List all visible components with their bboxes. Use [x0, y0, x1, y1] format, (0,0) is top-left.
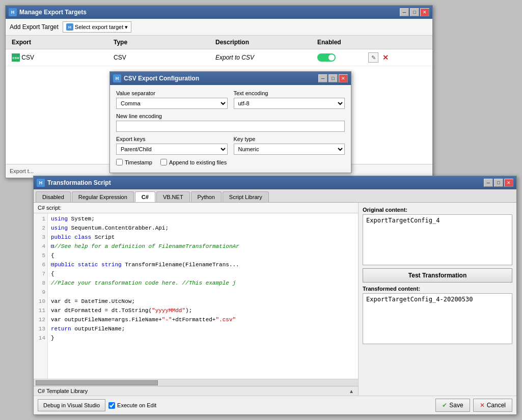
export-keys-group: Export keys Parent/Child — [116, 136, 228, 155]
maximize-btn[interactable]: □ — [410, 8, 419, 16]
test-transformation-btn[interactable]: Test Transformation — [363, 268, 512, 283]
export-type-cell: CSV — [112, 53, 213, 62]
checkbox-row: Timestamp Append to existing files — [116, 159, 345, 165]
transform-content: Disabled Regular Expression C# VB.NET Py… — [34, 189, 516, 414]
edit-icon[interactable]: ✎ — [368, 52, 378, 63]
export-enabled-cell — [315, 52, 366, 63]
transform-main: C# script: 12345 678910 11121314 using S… — [34, 203, 516, 396]
manage-export-title: Manage Export Targets — [19, 9, 87, 16]
text-enc-select[interactable]: utf-8 — [234, 98, 345, 109]
original-label: Original content: — [363, 207, 512, 213]
transform-close-btn[interactable]: ✕ — [504, 179, 513, 187]
text-enc-group: Text encoding utf-8 — [234, 90, 345, 109]
append-label: Append to existing files — [160, 159, 227, 165]
transform-titlebar-left: H Transformation Script — [37, 179, 111, 187]
table-header: Export Type Description Enabled — [6, 36, 432, 49]
minimize-btn[interactable]: ─ — [400, 8, 409, 16]
newline-input[interactable] — [116, 121, 345, 132]
execute-on-edit-text: Execute on Edit — [117, 402, 156, 408]
header-type: Type — [112, 38, 213, 47]
dropdown-label: Select export target — [75, 24, 123, 30]
line-numbers: 12345 678910 11121314 — [34, 213, 48, 379]
text-enc-label: Text encoding — [234, 90, 345, 96]
code-editor[interactable]: 12345 678910 11121314 using System; usin… — [34, 213, 358, 379]
header-description: Description — [213, 38, 315, 47]
key-type-label: Key type — [234, 136, 345, 142]
export-desc-cell: Export to CSV — [213, 53, 315, 62]
csv-icon: csv — [12, 53, 20, 62]
newline-group: New line encoding — [116, 113, 345, 132]
titlebar-left: H Manage Export Targets — [9, 8, 87, 16]
tab-regex[interactable]: Regular Expression — [72, 191, 134, 202]
csv-content: Value separator Comma Text encoding utf-… — [110, 85, 351, 171]
transform-titlebar-controls: ─ □ ✕ — [484, 179, 513, 187]
transform-window: H Transformation Script ─ □ ✕ Disabled R… — [33, 176, 517, 415]
dropdown-arrow: ▾ — [125, 24, 128, 31]
footer-bar: Debug in Visual Studio Execute on Edit ✔… — [34, 396, 516, 414]
transformed-content: ExportTargetConfig_4-20200530 — [363, 293, 512, 344]
close-btn[interactable]: ✕ — [420, 8, 429, 16]
timestamp-checkbox[interactable] — [116, 159, 123, 165]
value-sep-select[interactable]: Comma — [116, 98, 228, 109]
app-icon: H — [9, 8, 17, 16]
right-panel: Original content: ExportTargetConfig_4 T… — [359, 203, 516, 396]
newline-row: New line encoding — [116, 113, 345, 132]
table-row: csv CSV CSV Export to CSV ✎ ✕ — [6, 49, 432, 66]
newline-label: New line encoding — [116, 113, 345, 119]
export-name: CSV — [21, 54, 34, 61]
delete-icon[interactable]: ✕ — [380, 52, 391, 63]
keys-row: Export keys Parent/Child Key type Numeri… — [116, 136, 345, 155]
export-actions-cell: ✎ ✕ — [366, 51, 428, 64]
execute-on-edit-checkbox[interactable] — [108, 402, 115, 409]
x-icon: ✕ — [480, 402, 485, 409]
tab-vbnet[interactable]: VB.NET — [156, 191, 190, 202]
original-section: Original content: ExportTargetConfig_4 — [363, 207, 512, 265]
transform-app-icon: H — [37, 179, 45, 187]
transform-minimize-btn[interactable]: ─ — [484, 179, 493, 187]
dropdown-icon: H — [66, 23, 73, 31]
collapse-caret: ▲ — [349, 388, 354, 394]
csv-minimize-btn[interactable]: ─ — [318, 74, 327, 82]
code-content: using System; using Sequentum.ContentGra… — [48, 213, 358, 379]
save-label: Save — [449, 402, 463, 409]
export-name-cell: csv CSV — [10, 52, 112, 63]
cancel-label: Cancel — [487, 402, 506, 409]
csv-config-window: H CSV Export Configuration ─ □ ✕ Value s… — [109, 71, 351, 173]
value-sep-label: Value separator — [116, 90, 228, 96]
export-bottom-label: Export t... — [10, 168, 34, 174]
tab-scriptlibrary[interactable]: Script Library — [223, 191, 269, 202]
tab-disabled[interactable]: Disabled — [36, 191, 71, 202]
save-btn[interactable]: ✔ Save — [435, 399, 470, 412]
key-type-group: Key type Numeric — [234, 136, 345, 155]
enabled-toggle[interactable] — [317, 53, 336, 62]
append-checkbox[interactable] — [160, 159, 167, 165]
value-sep-row: Value separator Comma Text encoding utf-… — [116, 90, 345, 109]
template-library-label: C# Template Library — [38, 388, 88, 394]
debug-btn[interactable]: Debug in Visual Studio — [38, 399, 105, 411]
template-library-bar[interactable]: C# Template Library ▲ — [34, 386, 358, 396]
value-sep-group: Value separator Comma — [116, 90, 228, 109]
header-enabled: Enabled — [315, 38, 366, 47]
append-text: Append to existing files — [169, 159, 227, 165]
original-content: ExportTargetConfig_4 — [363, 214, 512, 265]
tab-csharp[interactable]: C# — [135, 191, 155, 202]
transform-titlebar: H Transformation Script ─ □ ✕ — [34, 176, 516, 189]
header-actions — [366, 38, 428, 47]
scrollbar-horizontal[interactable] — [34, 379, 358, 386]
export-keys-select[interactable]: Parent/Child — [116, 144, 228, 155]
csv-app-icon: H — [113, 74, 121, 82]
csv-maximize-btn[interactable]: □ — [328, 74, 338, 82]
manage-export-titlebar: H Manage Export Targets ─ □ ✕ — [6, 6, 432, 19]
select-target-dropdown[interactable]: H Select export target ▾ — [63, 21, 131, 33]
transformed-label: Transformed content: — [363, 286, 512, 292]
scrollbar-thumb[interactable] — [36, 380, 158, 385]
transformed-section: Transformed content: ExportTargetConfig_… — [363, 286, 512, 344]
key-type-select[interactable]: Numeric — [234, 144, 345, 155]
code-label: C# script: — [34, 203, 358, 213]
csv-close-btn[interactable]: ✕ — [339, 74, 348, 82]
tab-python[interactable]: Python — [191, 191, 222, 202]
transform-maximize-btn[interactable]: □ — [494, 179, 503, 187]
header-export: Export — [10, 38, 112, 47]
cancel-btn[interactable]: ✕ Cancel — [473, 399, 512, 412]
csv-titlebar-controls: ─ □ ✕ — [318, 74, 348, 82]
